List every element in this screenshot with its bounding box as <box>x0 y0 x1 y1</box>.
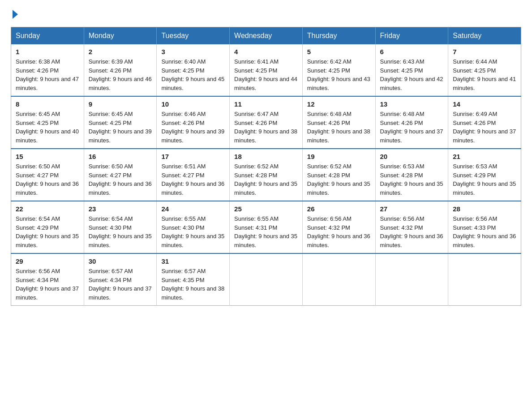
day-number: 13 <box>380 100 444 108</box>
day-info: Sunrise: 6:52 AMSunset: 4:28 PMDaylight:… <box>307 162 371 197</box>
day-number: 22 <box>16 205 79 213</box>
weekday-header-sunday: Sunday <box>11 27 84 45</box>
day-number: 29 <box>16 257 79 265</box>
weekday-header-tuesday: Tuesday <box>157 27 230 45</box>
day-info: Sunrise: 6:55 AMSunset: 4:30 PMDaylight:… <box>161 214 225 249</box>
calendar-cell <box>302 253 375 306</box>
page-header <box>11 11 521 19</box>
logo-blue-text <box>11 11 18 19</box>
day-number: 15 <box>16 153 79 160</box>
day-info: Sunrise: 6:50 AMSunset: 4:27 PMDaylight:… <box>89 162 152 197</box>
calendar-cell <box>230 253 303 306</box>
calendar-cell: 30Sunrise: 6:57 AMSunset: 4:34 PMDayligh… <box>84 253 157 306</box>
day-number: 23 <box>89 205 152 213</box>
calendar-cell: 18Sunrise: 6:52 AMSunset: 4:28 PMDayligh… <box>230 149 303 201</box>
day-info: Sunrise: 6:43 AMSunset: 4:25 PMDaylight:… <box>380 57 444 92</box>
calendar-cell: 21Sunrise: 6:53 AMSunset: 4:29 PMDayligh… <box>448 149 521 201</box>
day-number: 2 <box>89 48 152 56</box>
day-info: Sunrise: 6:39 AMSunset: 4:26 PMDaylight:… <box>89 57 152 92</box>
day-number: 9 <box>89 100 152 108</box>
day-number: 3 <box>161 48 225 56</box>
day-number: 16 <box>89 153 152 160</box>
day-info: Sunrise: 6:38 AMSunset: 4:26 PMDaylight:… <box>16 57 79 92</box>
weekday-header-saturday: Saturday <box>448 27 521 45</box>
day-info: Sunrise: 6:45 AMSunset: 4:25 PMDaylight:… <box>89 110 152 145</box>
day-number: 30 <box>89 257 152 265</box>
calendar-cell: 10Sunrise: 6:46 AMSunset: 4:26 PMDayligh… <box>157 96 230 149</box>
day-number: 21 <box>453 153 516 160</box>
calendar-cell: 31Sunrise: 6:57 AMSunset: 4:35 PMDayligh… <box>157 253 230 306</box>
day-number: 31 <box>161 257 225 265</box>
day-number: 20 <box>380 153 444 160</box>
day-info: Sunrise: 6:41 AMSunset: 4:25 PMDaylight:… <box>234 57 298 92</box>
calendar-cell: 5Sunrise: 6:42 AMSunset: 4:25 PMDaylight… <box>302 44 375 96</box>
calendar-cell: 7Sunrise: 6:44 AMSunset: 4:25 PMDaylight… <box>448 44 521 96</box>
day-number: 18 <box>234 153 298 160</box>
calendar-week-row: 1Sunrise: 6:38 AMSunset: 4:26 PMDaylight… <box>11 44 521 96</box>
calendar-cell: 25Sunrise: 6:55 AMSunset: 4:31 PMDayligh… <box>230 201 303 253</box>
day-number: 14 <box>453 100 516 108</box>
day-info: Sunrise: 6:49 AMSunset: 4:26 PMDaylight:… <box>453 110 516 145</box>
day-number: 4 <box>234 48 298 56</box>
day-info: Sunrise: 6:46 AMSunset: 4:26 PMDaylight:… <box>161 110 225 145</box>
calendar-cell: 2Sunrise: 6:39 AMSunset: 4:26 PMDaylight… <box>84 44 157 96</box>
day-number: 10 <box>161 100 225 108</box>
day-info: Sunrise: 6:47 AMSunset: 4:26 PMDaylight:… <box>234 110 298 145</box>
day-info: Sunrise: 6:56 AMSunset: 4:32 PMDaylight:… <box>380 214 444 249</box>
calendar-cell: 11Sunrise: 6:47 AMSunset: 4:26 PMDayligh… <box>230 96 303 149</box>
calendar-cell: 3Sunrise: 6:40 AMSunset: 4:25 PMDaylight… <box>157 44 230 96</box>
day-info: Sunrise: 6:48 AMSunset: 4:26 PMDaylight:… <box>307 110 371 145</box>
day-info: Sunrise: 6:53 AMSunset: 4:29 PMDaylight:… <box>453 162 516 197</box>
weekday-header-row: SundayMondayTuesdayWednesdayThursdayFrid… <box>11 27 521 45</box>
day-number: 8 <box>16 100 79 108</box>
calendar-cell: 26Sunrise: 6:56 AMSunset: 4:32 PMDayligh… <box>302 201 375 253</box>
day-info: Sunrise: 6:48 AMSunset: 4:26 PMDaylight:… <box>380 110 444 145</box>
day-number: 26 <box>307 205 371 213</box>
calendar-cell: 27Sunrise: 6:56 AMSunset: 4:32 PMDayligh… <box>375 201 448 253</box>
calendar-week-row: 22Sunrise: 6:54 AMSunset: 4:29 PMDayligh… <box>11 201 521 253</box>
calendar-cell: 29Sunrise: 6:56 AMSunset: 4:34 PMDayligh… <box>11 253 84 306</box>
calendar-cell <box>375 253 448 306</box>
day-number: 7 <box>453 48 516 56</box>
weekday-header-wednesday: Wednesday <box>230 27 303 45</box>
day-number: 6 <box>380 48 444 56</box>
calendar-cell: 1Sunrise: 6:38 AMSunset: 4:26 PMDaylight… <box>11 44 84 96</box>
calendar-cell: 17Sunrise: 6:51 AMSunset: 4:27 PMDayligh… <box>157 149 230 201</box>
day-info: Sunrise: 6:56 AMSunset: 4:32 PMDaylight:… <box>307 214 371 249</box>
calendar-cell: 6Sunrise: 6:43 AMSunset: 4:25 PMDaylight… <box>375 44 448 96</box>
calendar-cell: 16Sunrise: 6:50 AMSunset: 4:27 PMDayligh… <box>84 149 157 201</box>
day-info: Sunrise: 6:55 AMSunset: 4:31 PMDaylight:… <box>234 214 298 249</box>
calendar-cell: 28Sunrise: 6:56 AMSunset: 4:33 PMDayligh… <box>448 201 521 253</box>
day-info: Sunrise: 6:57 AMSunset: 4:35 PMDaylight:… <box>161 267 225 302</box>
day-info: Sunrise: 6:57 AMSunset: 4:34 PMDaylight:… <box>89 267 152 302</box>
day-info: Sunrise: 6:44 AMSunset: 4:25 PMDaylight:… <box>453 57 516 92</box>
day-info: Sunrise: 6:54 AMSunset: 4:30 PMDaylight:… <box>89 214 152 249</box>
day-number: 17 <box>161 153 225 160</box>
day-info: Sunrise: 6:51 AMSunset: 4:27 PMDaylight:… <box>161 162 225 197</box>
calendar-cell: 4Sunrise: 6:41 AMSunset: 4:25 PMDaylight… <box>230 44 303 96</box>
calendar-cell: 12Sunrise: 6:48 AMSunset: 4:26 PMDayligh… <box>302 96 375 149</box>
calendar-cell: 15Sunrise: 6:50 AMSunset: 4:27 PMDayligh… <box>11 149 84 201</box>
day-number: 1 <box>16 48 79 56</box>
day-number: 11 <box>234 100 298 108</box>
day-number: 19 <box>307 153 371 160</box>
weekday-header-thursday: Thursday <box>302 27 375 45</box>
calendar-cell: 8Sunrise: 6:45 AMSunset: 4:25 PMDaylight… <box>11 96 84 149</box>
day-info: Sunrise: 6:56 AMSunset: 4:33 PMDaylight:… <box>453 214 516 249</box>
calendar-week-row: 8Sunrise: 6:45 AMSunset: 4:25 PMDaylight… <box>11 96 521 149</box>
calendar-cell: 23Sunrise: 6:54 AMSunset: 4:30 PMDayligh… <box>84 201 157 253</box>
day-number: 28 <box>453 205 516 213</box>
calendar-cell <box>448 253 521 306</box>
calendar-cell: 20Sunrise: 6:53 AMSunset: 4:28 PMDayligh… <box>375 149 448 201</box>
weekday-header-friday: Friday <box>375 27 448 45</box>
calendar-cell: 9Sunrise: 6:45 AMSunset: 4:25 PMDaylight… <box>84 96 157 149</box>
day-info: Sunrise: 6:42 AMSunset: 4:25 PMDaylight:… <box>307 57 371 92</box>
calendar-cell: 22Sunrise: 6:54 AMSunset: 4:29 PMDayligh… <box>11 201 84 253</box>
calendar-week-row: 15Sunrise: 6:50 AMSunset: 4:27 PMDayligh… <box>11 149 521 201</box>
logo-arrow-icon <box>13 10 18 19</box>
day-info: Sunrise: 6:54 AMSunset: 4:29 PMDaylight:… <box>16 214 79 249</box>
weekday-header-monday: Monday <box>84 27 157 45</box>
day-number: 12 <box>307 100 371 108</box>
day-info: Sunrise: 6:40 AMSunset: 4:25 PMDaylight:… <box>161 57 225 92</box>
calendar-cell: 24Sunrise: 6:55 AMSunset: 4:30 PMDayligh… <box>157 201 230 253</box>
